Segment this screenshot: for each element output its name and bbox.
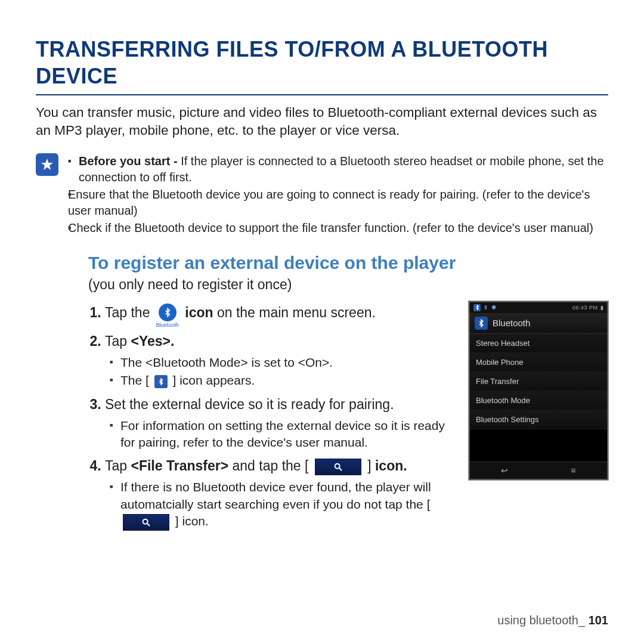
device-menu-item[interactable]: Stereo Headset (470, 334, 607, 353)
status-bluetooth-icon (473, 304, 481, 311)
svg-marker-0 (41, 159, 53, 170)
note-block: Before you start - If the player is conn… (36, 153, 608, 237)
steps-column: Tap the Bluetooth icon on the main menu … (88, 301, 454, 537)
step-2-pre: Tap (105, 333, 131, 349)
star-note-icon (36, 153, 58, 176)
bluetooth-app-icon: Bluetooth (156, 304, 179, 329)
page-footer: using bluetooth_ 101 (497, 614, 608, 627)
intro-text: You can transfer music, picture and vide… (36, 104, 608, 140)
step-4-bold1: <File Transfer> (131, 458, 228, 473)
section-subtitle: To register an external device on the pl… (88, 253, 608, 273)
page-title: TRANSFERRING FILES TO/FROM A BLUETOOTH D… (36, 36, 608, 95)
sub-bullet: For information on setting the external … (110, 417, 454, 451)
device-menu-item[interactable]: File Transfer (470, 372, 607, 391)
back-icon[interactable]: ↩ (501, 466, 508, 475)
svg-line-2 (339, 468, 342, 470)
svg-line-4 (147, 524, 150, 526)
device-menu-item[interactable]: Bluetooth Settings (470, 410, 607, 429)
sub-bullet: If there is no Bluetooth device ever fou… (110, 479, 454, 530)
status-pause-icon: Ⅱ (484, 304, 488, 311)
device-status-bar: Ⅱ ✱ 06:43 PM ▮ (470, 302, 607, 313)
step-1-pre: Tap the (105, 305, 154, 320)
sub-bullet: The [ ] icon appears. (110, 372, 454, 389)
status-time: 06:43 PM (572, 305, 598, 311)
step-4-bold2: icon. (375, 458, 407, 473)
device-bottom-bar: ↩ ≡ (470, 462, 607, 479)
bluetooth-icon (475, 317, 488, 330)
step-2-bold: <Yes>. (131, 333, 174, 349)
note-bullet: Before you start - If the player is conn… (68, 153, 608, 185)
step-4-post: ] (364, 458, 375, 473)
step-4-pre: Tap (105, 458, 131, 473)
bluetooth-chip-label: Bluetooth (156, 321, 179, 329)
device-menu-item[interactable]: Bluetooth Mode (470, 391, 607, 410)
note-text: Before you start - If the player is conn… (68, 153, 608, 237)
status-battery-icon: ▮ (600, 305, 604, 311)
step-1-icon-word: icon (185, 305, 213, 320)
step-3: Set the external device so it is ready f… (105, 395, 454, 451)
menu-icon[interactable]: ≡ (571, 466, 575, 475)
body-columns: Tap the Bluetooth icon on the main menu … (36, 301, 608, 537)
step-4-mid: and tap the [ (228, 458, 312, 473)
search-icon (315, 459, 361, 475)
device-header-label: Bluetooth (493, 318, 530, 328)
device-menu-item[interactable]: Mobile Phone (470, 353, 607, 372)
footer-page-number: 101 (589, 614, 608, 627)
device-menu: Stereo HeadsetMobile PhoneFile TransferB… (470, 334, 607, 462)
footer-section: using bluetooth_ (497, 614, 588, 627)
step-1-post: on the main menu screen. (217, 305, 376, 320)
device-screenshot: Ⅱ ✱ 06:43 PM ▮ Bluetooth Stereo HeadsetM… (469, 301, 608, 480)
manual-page: TRANSFERRING FILES TO/FROM A BLUETOOTH D… (0, 0, 644, 644)
svg-point-1 (335, 464, 339, 469)
register-once-note: (you only need to register it once) (88, 277, 608, 293)
device-header: Bluetooth (470, 313, 607, 334)
step-1: Tap the Bluetooth icon on the main menu … (105, 301, 454, 326)
search-icon (123, 514, 169, 531)
status-bt-indicator-icon: ✱ (491, 304, 497, 311)
step-3-text: Set the external device so it is ready f… (105, 397, 394, 412)
svg-point-3 (143, 519, 148, 524)
step-4: Tap <File Transfer> and tap the [ ] icon… (105, 457, 454, 530)
bluetooth-status-icon (154, 375, 168, 388)
note-bullet: Ensure that the Bluetooth device you are… (68, 187, 608, 219)
note-bullet: Check if the Bluetooth device to support… (68, 220, 608, 236)
sub-bullet: The <Bluetooth Mode> is set to <On>. (110, 354, 454, 371)
step-2: Tap <Yes>. The <Bluetooth Mode> is set t… (105, 332, 454, 389)
